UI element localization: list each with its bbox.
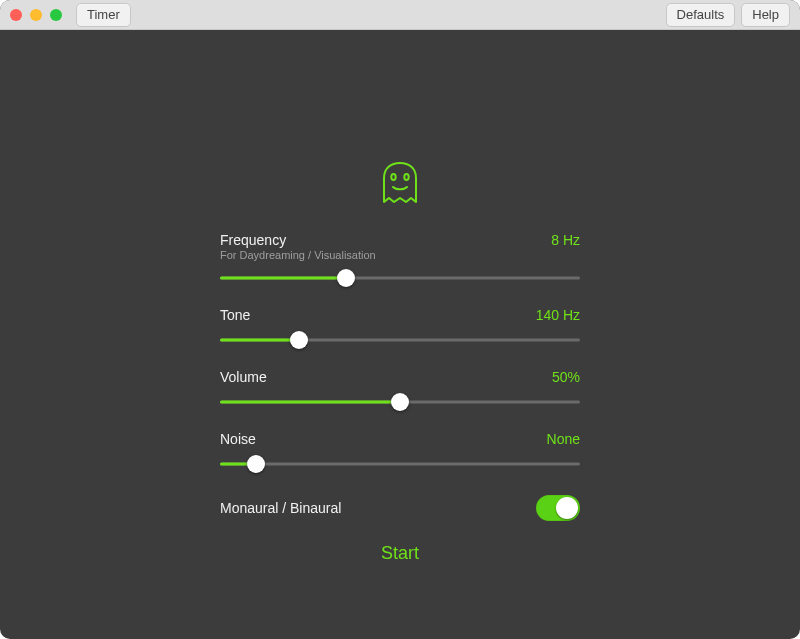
frequency-value: 8 Hz	[551, 232, 580, 248]
frequency-sublabel: For Daydreaming / Visualisation	[220, 249, 376, 261]
volume-label: Volume	[220, 369, 267, 385]
tone-value: 140 Hz	[536, 307, 580, 323]
help-button[interactable]: Help	[741, 3, 790, 27]
minimize-icon[interactable]	[30, 9, 42, 21]
tone-label: Tone	[220, 307, 250, 323]
toggle-knob	[556, 497, 578, 519]
tone-row: Tone 140 Hz	[220, 307, 580, 351]
noise-row: Noise None	[220, 431, 580, 475]
svg-point-1	[404, 174, 408, 180]
tone-slider[interactable]	[220, 329, 580, 351]
volume-row: Volume 50%	[220, 369, 580, 413]
content-area: Frequency For Daydreaming / Visualisatio…	[0, 30, 800, 639]
binaural-row: Monaural / Binaural	[220, 495, 580, 521]
volume-value: 50%	[552, 369, 580, 385]
volume-slider[interactable]	[220, 391, 580, 413]
binaural-toggle[interactable]	[536, 495, 580, 521]
frequency-label: Frequency	[220, 232, 376, 248]
noise-slider[interactable]	[220, 453, 580, 475]
noise-value: None	[547, 431, 580, 447]
app-window: Timer Defaults Help Frequency For Daydre…	[0, 0, 800, 639]
close-icon[interactable]	[10, 9, 22, 21]
zoom-icon[interactable]	[50, 9, 62, 21]
timer-button[interactable]: Timer	[76, 3, 131, 27]
start-button[interactable]: Start	[220, 543, 580, 564]
ghost-icon	[378, 160, 422, 212]
noise-label: Noise	[220, 431, 256, 447]
frequency-slider[interactable]	[220, 267, 580, 289]
controls-panel: Frequency For Daydreaming / Visualisatio…	[220, 232, 580, 564]
titlebar: Timer Defaults Help	[0, 0, 800, 30]
frequency-row: Frequency For Daydreaming / Visualisatio…	[220, 232, 580, 289]
binaural-label: Monaural / Binaural	[220, 500, 341, 516]
svg-point-0	[391, 174, 395, 180]
defaults-button[interactable]: Defaults	[666, 3, 736, 27]
window-controls	[10, 9, 62, 21]
